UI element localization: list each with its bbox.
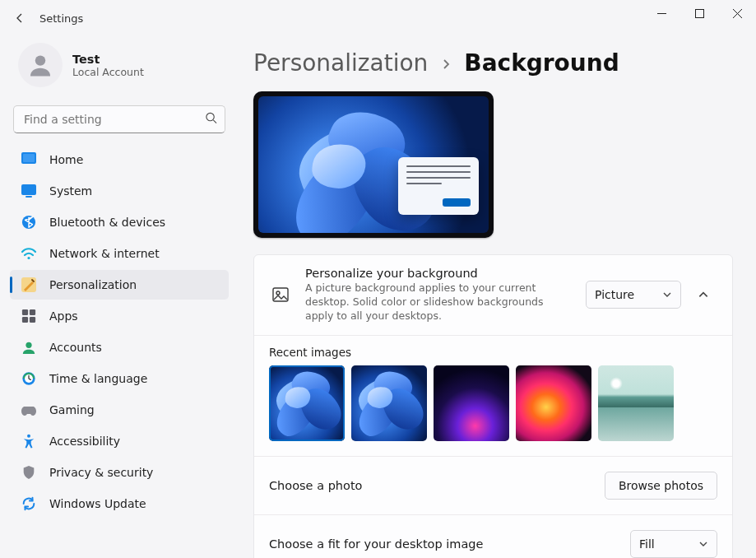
chevron-up-icon <box>698 289 709 300</box>
sidebar-item-label: Home <box>49 153 83 166</box>
sidebar-item-system[interactable]: System <box>10 176 229 206</box>
svg-rect-17 <box>30 317 35 323</box>
search-container <box>13 105 225 133</box>
dropdown-value: Picture <box>595 288 634 301</box>
row-title: Personalize your background <box>305 267 573 280</box>
sidebar-item-label: Accessibility <box>49 435 120 448</box>
sidebar-item-gaming[interactable]: Gaming <box>10 395 229 425</box>
sidebar-item-network[interactable]: Network & internet <box>10 239 229 268</box>
search-input[interactable] <box>13 105 225 133</box>
back-button[interactable] <box>7 5 33 31</box>
recent-images-row: Recent images <box>254 336 732 457</box>
recent-image-thumb[interactable] <box>516 365 591 441</box>
sidebar-item-label: Privacy & security <box>49 466 153 479</box>
system-icon <box>20 182 38 200</box>
home-icon <box>20 151 38 169</box>
screen <box>258 96 489 233</box>
svg-rect-10 <box>26 196 32 198</box>
recent-image-thumb[interactable] <box>598 365 674 441</box>
sidebar-item-accessibility[interactable]: Accessibility <box>10 426 229 456</box>
apps-icon <box>20 307 38 325</box>
svg-rect-1 <box>695 9 703 17</box>
minimize-button[interactable] <box>642 0 680 26</box>
sidebar-item-bluetooth[interactable]: Bluetooth & devices <box>10 207 229 237</box>
breadcrumb: Personalization Background <box>253 49 733 77</box>
svg-point-12 <box>27 257 30 259</box>
sidebar-item-personalization[interactable]: Personalization <box>10 270 229 300</box>
browse-photos-button[interactable]: Browse photos <box>605 472 717 500</box>
network-icon <box>20 244 38 263</box>
account-name: Test <box>72 53 144 66</box>
breadcrumb-parent[interactable]: Personalization <box>253 49 428 77</box>
svg-rect-15 <box>30 309 35 315</box>
close-icon <box>733 9 742 18</box>
desktop-preview <box>253 91 733 238</box>
window-controls <box>642 0 756 26</box>
settings-panel: Personalize your background A picture ba… <box>253 254 733 558</box>
device-frame <box>253 91 494 238</box>
app-title: Settings <box>39 12 83 25</box>
choose-photo-row: Choose a photo Browse photos <box>254 457 732 515</box>
sidebar-item-label: Gaming <box>49 403 95 416</box>
preview-window-icon <box>398 157 479 215</box>
accessibility-icon <box>20 432 38 450</box>
minimize-icon <box>657 9 666 18</box>
recent-images-title: Recent images <box>269 346 717 359</box>
sidebar-item-label: Bluetooth & devices <box>49 216 165 229</box>
background-type-dropdown[interactable]: Picture <box>586 281 681 309</box>
svg-rect-22 <box>273 288 288 301</box>
sidebar-item-update[interactable]: Windows Update <box>10 489 229 518</box>
svg-line-6 <box>213 120 216 123</box>
person-icon <box>26 51 54 79</box>
account-block[interactable]: Test Local Account <box>10 36 229 102</box>
gaming-icon <box>20 401 38 419</box>
chevron-down-icon <box>662 290 672 300</box>
page-title: Background <box>464 49 619 77</box>
maximize-icon <box>695 9 704 18</box>
svg-point-18 <box>26 342 31 348</box>
sidebar-item-label: System <box>49 184 92 198</box>
sidebar-item-label: Network & internet <box>49 247 160 260</box>
sidebar-item-home[interactable]: Home <box>10 145 229 174</box>
personalization-icon <box>20 276 38 294</box>
expand-button[interactable] <box>689 281 717 309</box>
update-icon <box>20 495 38 513</box>
sidebar-item-label: Time & language <box>49 372 147 385</box>
sidebar-item-time[interactable]: Time & language <box>10 364 229 393</box>
chevron-down-icon <box>698 539 708 549</box>
sidebar-item-privacy[interactable]: Privacy & security <box>10 458 229 487</box>
sidebar-item-apps[interactable]: Apps <box>10 301 229 331</box>
maximize-button[interactable] <box>680 0 718 26</box>
row-title: Choose a photo <box>269 479 591 492</box>
arrow-left-icon <box>13 12 26 25</box>
time-icon <box>20 370 38 388</box>
main: Personalization Background <box>239 36 756 558</box>
search-icon <box>205 112 217 128</box>
sidebar-item-label: Apps <box>49 309 78 323</box>
nav: Home System Bluetooth & devices Network … <box>10 145 229 518</box>
row-title: Choose a fit for your desktop image <box>269 537 617 551</box>
svg-rect-8 <box>23 154 35 162</box>
bluetooth-icon <box>20 213 38 231</box>
svg-point-4 <box>35 55 45 65</box>
svg-point-5 <box>206 113 214 120</box>
recent-image-thumb[interactable] <box>269 365 345 441</box>
svg-rect-9 <box>21 184 36 195</box>
sidebar-item-label: Personalization <box>49 278 137 291</box>
sidebar: Test Local Account Home System Bluetooth… <box>0 36 239 558</box>
close-button[interactable] <box>718 0 756 26</box>
image-icon <box>269 283 292 306</box>
recent-image-thumb[interactable] <box>351 365 427 441</box>
svg-point-23 <box>276 291 280 295</box>
svg-rect-14 <box>22 309 28 315</box>
personalize-background-row: Personalize your background A picture ba… <box>254 255 732 336</box>
row-desc: A picture background applies to your cur… <box>305 281 573 323</box>
accounts-icon <box>20 338 38 356</box>
sidebar-item-accounts[interactable]: Accounts <box>10 332 229 362</box>
fit-dropdown[interactable]: Fill <box>630 530 717 558</box>
chevron-right-icon <box>439 49 452 77</box>
choose-fit-row: Choose a fit for your desktop image Fill <box>254 515 732 558</box>
account-sub: Local Account <box>72 66 144 78</box>
svg-point-21 <box>27 435 30 438</box>
recent-image-thumb[interactable] <box>434 365 509 441</box>
